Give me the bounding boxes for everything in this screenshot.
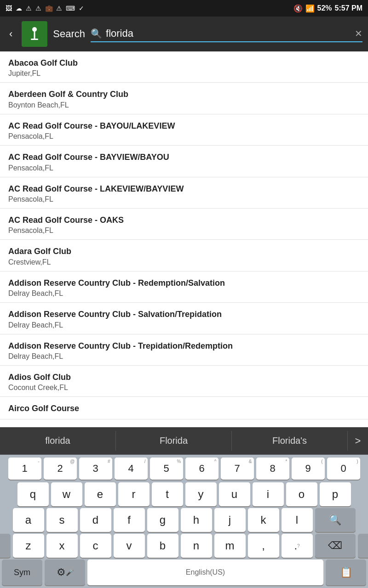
key-9[interactable]: 9( [292,458,325,480]
result-location: Pensacola,FL [8,226,360,235]
key-1[interactable]: 1- [8,458,41,480]
key-u[interactable]: u [219,482,250,506]
search-input[interactable] [106,28,351,40]
status-right: 🔇 📶 52% 5:57 PM [293,4,363,13]
result-name: Abacoa Golf Club [8,58,360,68]
result-item[interactable]: AC Read Golf Course - LAKEVIEW/BAYVIEW P… [0,177,368,209]
result-name: Adara Golf Club [8,246,360,257]
key-a[interactable]: a [13,508,44,532]
key-j[interactable]: j [214,508,246,532]
back-button[interactable]: ‹ [6,24,16,44]
key-d[interactable]: d [80,508,111,532]
result-item[interactable]: Adios Golf Club Coconut Creek,FL [0,366,368,397]
result-item[interactable]: Abacoa Golf Club Jupiter,FL [0,51,368,83]
search-key-icon: 🔍 [329,514,341,526]
autocomplete-option-3[interactable]: Florida's [232,431,348,451]
result-name: AC Read Golf Course - BAYVIEW/BAYOU [8,152,360,163]
result-name: Addison Reserve Country Club - Redemptio… [8,278,360,288]
result-item[interactable]: AC Read Golf Course - BAYOU/LAKEVIEW Pen… [0,114,368,146]
result-item[interactable]: AC Read Golf Course - OAKS Pensacola,FL [0,209,368,240]
result-name: Addison Reserve Country Club - Trepidati… [8,341,360,351]
wifi-icon: 📶 [305,4,315,13]
result-item[interactable]: Addison Reserve Country Club - Redemptio… [0,271,368,303]
key-4[interactable]: 4/ [115,458,148,480]
key-z[interactable]: z [13,534,44,558]
search-bar: 🔍 ✕ [91,26,362,42]
keyboard-row-2: asdfghjkl🔍 [0,506,368,532]
search-enter-key[interactable]: 🔍 [315,508,356,532]
shift-key-right[interactable]: ⇧ [358,534,368,558]
result-name: AC Read Golf Course - LAKEVIEW/BAYVIEW [8,184,360,194]
clipboard-key[interactable]: 📋 [326,560,366,585]
key-3[interactable]: 3# [79,458,112,480]
autocomplete-option-2[interactable]: Florida [116,431,232,451]
key-y[interactable]: y [185,482,217,506]
key-6[interactable]: 6^ [185,458,218,480]
key-n[interactable]: n [181,534,212,558]
backspace-icon: ⌫ [328,540,342,552]
key-x[interactable]: x [46,534,78,558]
keyboard: 1-2@3#4/5%6^7&8*9(0) qwertyuiop asdfghjk… [0,455,368,588]
key-comma[interactable]: , [248,534,279,558]
header-label: Search [53,28,85,40]
backspace-key[interactable]: ⌫ [315,534,356,558]
settings-icon: ⚙ [57,566,66,578]
result-location: Pensacola,FL [8,132,360,141]
key-r[interactable]: r [118,482,150,506]
mic-icon: 🎤 [66,569,74,576]
key-c[interactable]: c [80,534,111,558]
key-2[interactable]: 2@ [44,458,77,480]
space-key[interactable]: English(US) [87,560,323,585]
result-name: Adios Golf Club [8,372,360,383]
result-item[interactable]: Addison Reserve Country Club - Salvation… [0,303,368,334]
key-o[interactable]: o [286,482,317,506]
key-f[interactable]: f [114,508,145,532]
result-location: Delray Beach,FL [8,289,360,298]
key-l[interactable]: l [282,508,313,532]
key-m[interactable]: m [214,534,246,558]
keyboard-bottom-row: Sym ⚙ 🎤 English(US) 📋 [0,558,368,588]
sym-key[interactable]: Sym [2,560,42,585]
result-item[interactable]: Adara Golf Club Crestview,FL [0,240,368,271]
result-name: Aberdeen Golf & Country Club [8,89,360,100]
mute-icon: 🔇 [293,4,303,13]
key-t[interactable]: t [152,482,183,506]
result-location: Jupiter,FL [8,69,360,78]
key-5[interactable]: 5% [150,458,183,480]
key-b[interactable]: b [147,534,178,558]
result-item[interactable]: Airco Golf Course [0,397,368,419]
key-g[interactable]: g [147,508,178,532]
key-period-question[interactable]: .? [282,534,313,558]
key-v[interactable]: v [114,534,145,558]
notification-icons: 🖼 ☁ ⚠ ⚠ 💼 ⚠ ⌨ ✓ [6,5,85,12]
result-name: Addison Reserve Country Club - Salvation… [8,309,360,320]
key-i[interactable]: i [253,482,284,506]
space-label: English(US) [186,568,225,577]
app-logo [22,21,47,47]
app-header: ‹ Search 🔍 ✕ [0,17,368,51]
key-s[interactable]: s [46,508,78,532]
svg-rect-1 [34,31,35,40]
settings-key[interactable]: ⚙ 🎤 [45,560,85,585]
autocomplete-more-button[interactable]: > [348,430,368,452]
result-item[interactable]: AC Read Golf Course - BAYVIEW/BAYOU Pens… [0,146,368,177]
result-name: AC Read Golf Course - OAKS [8,215,360,226]
key-e[interactable]: e [85,482,116,506]
result-item[interactable]: Addison Reserve Country Club - Trepidati… [0,334,368,366]
key-8[interactable]: 8* [256,458,289,480]
clock: 5:57 PM [335,4,362,12]
key-p[interactable]: p [320,482,351,506]
key-h[interactable]: h [181,508,212,532]
key-0[interactable]: 0) [327,458,360,480]
result-location: Crestview,FL [8,258,360,266]
shift-key[interactable]: ⇧· [0,534,11,558]
result-item[interactable]: Aberdeen Golf & Country Club Boynton Bea… [0,83,368,114]
key-q[interactable]: q [17,482,49,506]
key-w[interactable]: w [51,482,82,506]
key-7[interactable]: 7& [221,458,254,480]
key-k[interactable]: k [248,508,279,532]
svg-point-0 [32,27,37,32]
clear-search-button[interactable]: ✕ [355,28,362,39]
autocomplete-option-1[interactable]: florida [0,431,116,451]
sym-label: Sym [14,568,30,577]
